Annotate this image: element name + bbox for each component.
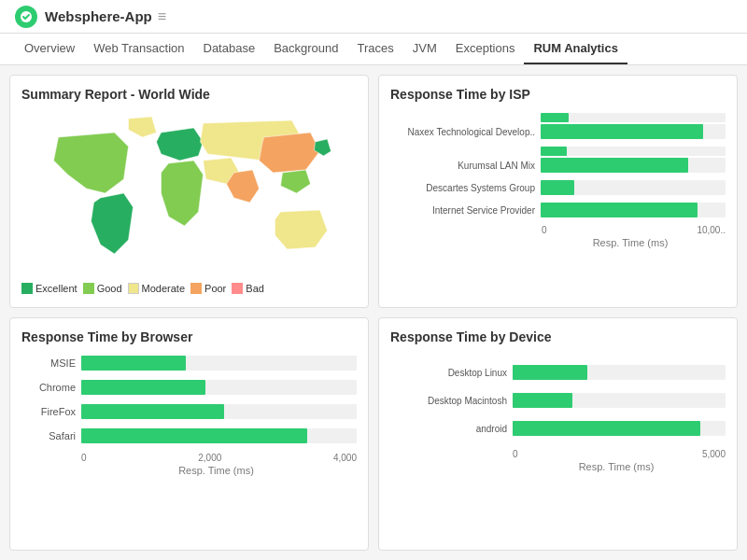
legend-excellent: Excellent: [21, 283, 78, 294]
isp-chart-title: Response Time by ISP: [390, 87, 726, 102]
device-x-axis: 0 5,000: [390, 449, 726, 459]
browser-bar-firefox: FireFox: [21, 404, 357, 419]
legend-bad: Bad: [232, 283, 264, 294]
nav-item-traces[interactable]: Traces: [348, 34, 403, 64]
nav-item-exceptions[interactable]: Exceptions: [446, 34, 525, 64]
browser-axis-label: Resp. Time (ms): [21, 465, 357, 476]
device-chart-area: Desktop Linux Desktop Macintosh android …: [390, 352, 726, 476]
device-chart-card: Response Time by Device Desktop Linux De…: [378, 317, 738, 551]
map-legend: Excellent Good Moderate Poor Bad: [21, 283, 357, 294]
nav-item-background[interactable]: Background: [264, 34, 347, 64]
browser-bar-chrome: Chrome: [21, 380, 357, 395]
isp-bar-row-1: [390, 147, 726, 156]
isp-axis-label: Resp. Time (ms): [390, 237, 726, 248]
isp-chart-card: Response Time by ISP Naxex Technological…: [378, 75, 738, 308]
isp-bar-row-0: [390, 113, 726, 122]
browser-chart-area: MSIE Chrome FireFox Safari: [21, 352, 357, 480]
device-bar-android: android: [390, 421, 726, 436]
isp-bar-row-descartes: Descartes Systems Group: [390, 180, 726, 195]
nav-item-jvm[interactable]: JVM: [403, 34, 446, 64]
device-axis-label: Resp. Time (ms): [390, 461, 726, 472]
menu-icon[interactable]: ≡: [158, 8, 166, 25]
nav-item-database[interactable]: Database: [194, 34, 265, 64]
legend-poor: Poor: [190, 283, 226, 294]
summary-map-card: Summary Report - World Wide: [9, 75, 369, 308]
device-bar-macintosh: Desktop Macintosh: [390, 393, 726, 408]
app-title: Websphere-App: [45, 8, 152, 24]
isp-bar-row-isp: Internet Service Provider: [390, 203, 726, 217]
isp-bar-row-naxex: Naxex Technological Develop..: [390, 124, 726, 139]
summary-map-title: Summary Report - World Wide: [21, 87, 357, 102]
browser-chart-title: Response Time by Browser: [21, 329, 357, 344]
device-chart-title: Response Time by Device: [390, 329, 726, 344]
browser-chart-card: Response Time by Browser MSIE Chrome Fir…: [9, 317, 369, 551]
nav-item-web-transaction[interactable]: Web Transaction: [84, 34, 193, 64]
world-map: [21, 109, 357, 277]
browser-x-axis: 0 2,000 4,000: [21, 453, 357, 463]
nav-item-overview[interactable]: Overview: [15, 34, 84, 64]
app-icon: [15, 6, 37, 28]
isp-bar-row-kurumsal: Kurumsal LAN Mix: [390, 158, 726, 173]
device-bar-linux: Desktop Linux: [390, 365, 726, 380]
legend-moderate: Moderate: [128, 283, 185, 294]
browser-bar-msie: MSIE: [21, 356, 357, 371]
content-grid: Summary Report - World Wide: [0, 65, 747, 560]
nav-item-rum-analytics[interactable]: RUM Analytics: [524, 34, 627, 64]
nav-bar: Overview Web Transaction Database Backgr…: [0, 34, 747, 65]
isp-chart-area: Naxex Technological Develop.. Kurumsal L…: [390, 109, 726, 252]
isp-x-axis: 0 10,00..: [390, 225, 726, 235]
app-header: Websphere-App ≡: [0, 0, 747, 34]
legend-good: Good: [83, 283, 122, 294]
browser-bar-safari: Safari: [21, 428, 357, 443]
